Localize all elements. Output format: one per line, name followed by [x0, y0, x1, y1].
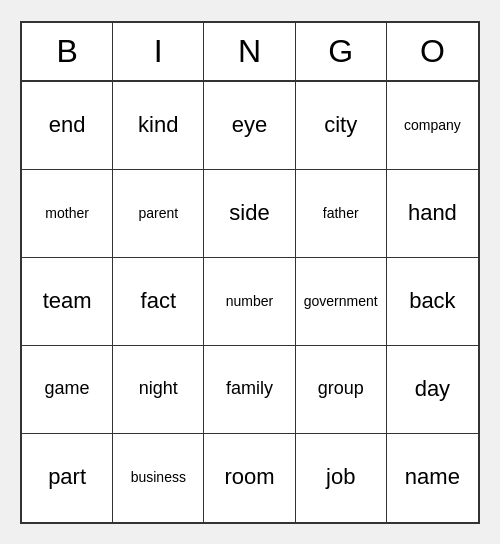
- bingo-cell[interactable]: part: [22, 434, 113, 522]
- bingo-cell[interactable]: side: [204, 170, 295, 258]
- bingo-cell[interactable]: game: [22, 346, 113, 434]
- bingo-cell[interactable]: team: [22, 258, 113, 346]
- cell-word: name: [405, 464, 460, 490]
- cell-word: company: [404, 117, 461, 134]
- cell-word: part: [48, 464, 86, 490]
- cell-word: mother: [45, 205, 89, 222]
- bingo-header: BINGO: [22, 23, 478, 82]
- bingo-cell[interactable]: business: [113, 434, 204, 522]
- cell-word: night: [139, 378, 178, 400]
- bingo-cell[interactable]: room: [204, 434, 295, 522]
- header-letter-n: N: [204, 23, 295, 80]
- bingo-cell[interactable]: end: [22, 82, 113, 170]
- bingo-cell[interactable]: family: [204, 346, 295, 434]
- header-letter-g: G: [296, 23, 387, 80]
- bingo-cell[interactable]: mother: [22, 170, 113, 258]
- cell-word: back: [409, 288, 455, 314]
- cell-word: parent: [138, 205, 178, 222]
- cell-word: father: [323, 205, 359, 222]
- cell-word: business: [131, 469, 186, 486]
- bingo-cell[interactable]: back: [387, 258, 478, 346]
- cell-word: room: [224, 464, 274, 490]
- bingo-cell[interactable]: day: [387, 346, 478, 434]
- cell-word: city: [324, 112, 357, 138]
- bingo-cell[interactable]: father: [296, 170, 387, 258]
- cell-word: team: [43, 288, 92, 314]
- bingo-grid: endkindeyecitycompanymotherparentsidefat…: [22, 82, 478, 522]
- cell-word: side: [229, 200, 269, 226]
- bingo-cell[interactable]: company: [387, 82, 478, 170]
- bingo-cell[interactable]: group: [296, 346, 387, 434]
- cell-word: hand: [408, 200, 457, 226]
- header-letter-b: B: [22, 23, 113, 80]
- bingo-cell[interactable]: name: [387, 434, 478, 522]
- cell-word: kind: [138, 112, 178, 138]
- header-letter-i: I: [113, 23, 204, 80]
- bingo-cell[interactable]: fact: [113, 258, 204, 346]
- header-letter-o: O: [387, 23, 478, 80]
- bingo-cell[interactable]: city: [296, 82, 387, 170]
- cell-word: game: [45, 378, 90, 400]
- cell-word: number: [226, 293, 273, 310]
- bingo-cell[interactable]: night: [113, 346, 204, 434]
- bingo-card: BINGO endkindeyecitycompanymotherparents…: [20, 21, 480, 524]
- cell-word: fact: [141, 288, 176, 314]
- cell-word: end: [49, 112, 86, 138]
- cell-word: family: [226, 378, 273, 400]
- bingo-cell[interactable]: hand: [387, 170, 478, 258]
- cell-word: eye: [232, 112, 267, 138]
- cell-word: government: [304, 293, 378, 310]
- bingo-cell[interactable]: parent: [113, 170, 204, 258]
- bingo-cell[interactable]: eye: [204, 82, 295, 170]
- cell-word: job: [326, 464, 355, 490]
- cell-word: group: [318, 378, 364, 400]
- bingo-cell[interactable]: government: [296, 258, 387, 346]
- bingo-cell[interactable]: kind: [113, 82, 204, 170]
- cell-word: day: [415, 376, 450, 402]
- bingo-cell[interactable]: number: [204, 258, 295, 346]
- bingo-cell[interactable]: job: [296, 434, 387, 522]
